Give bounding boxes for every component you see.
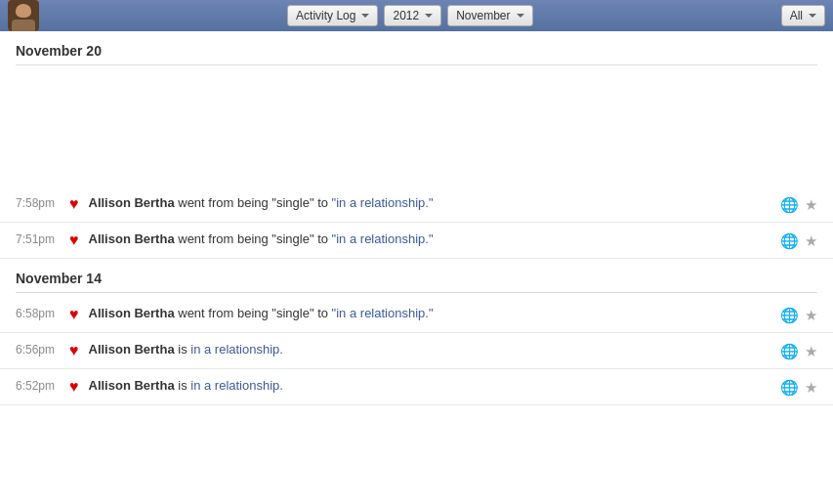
activity-row: 6:56pm♥Allison Bertha is in a relationsh… — [0, 333, 833, 369]
date-heading-0: November 20 — [16, 43, 817, 65]
heart-icon: ♥ — [69, 231, 79, 249]
activity-link[interactable]: "in a relationship." — [332, 231, 434, 246]
star-icon[interactable]: ★ — [805, 307, 817, 324]
header-center: Activity Log 2012 November — [287, 5, 532, 26]
date-heading-1: November 14 — [16, 271, 817, 293]
header: Activity Log 2012 November All — [0, 0, 833, 31]
month-caret-icon — [517, 14, 524, 18]
filter-dropdown[interactable]: All — [781, 5, 825, 26]
activity-link[interactable]: "in a relationship." — [332, 195, 434, 210]
header-left — [8, 0, 39, 31]
heart-icon: ♥ — [69, 341, 79, 359]
activity-log-label: Activity Log — [296, 9, 355, 22]
activity-log-dropdown[interactable]: Activity Log — [287, 5, 378, 26]
star-icon[interactable]: ★ — [805, 379, 817, 397]
year-caret-icon — [425, 14, 433, 18]
date-section-0: November 20 — [0, 31, 833, 69]
activity-actions: 🌐★ — [780, 194, 817, 214]
filter-caret-icon — [809, 14, 816, 18]
activity-row: 7:58pm♥Allison Bertha went from being "s… — [0, 187, 833, 223]
globe-icon[interactable]: 🌐 — [780, 307, 799, 324]
header-right: All — [781, 5, 825, 26]
activity-user-name[interactable]: Allison Bertha — [89, 378, 175, 393]
star-icon[interactable]: ★ — [805, 196, 817, 214]
activity-time: 6:58pm — [16, 305, 60, 320]
activity-link[interactable]: in a relationship. — [190, 342, 283, 357]
year-dropdown[interactable]: 2012 — [384, 5, 441, 26]
activity-text: Allison Bertha went from being "single" … — [89, 231, 771, 248]
star-icon[interactable]: ★ — [805, 343, 817, 360]
activity-actions: 🌐★ — [780, 231, 817, 250]
activity-row: 7:51pm♥Allison Bertha went from being "s… — [0, 223, 833, 259]
activity-link[interactable]: "in a relationship." — [332, 306, 434, 320]
empty-spacer — [0, 69, 833, 187]
heart-icon: ♥ — [69, 194, 79, 213]
activity-actions: 🌐★ — [780, 305, 817, 324]
activity-user-name[interactable]: Allison Bertha — [89, 195, 175, 210]
activity-link[interactable]: in a relationship. — [190, 378, 283, 393]
globe-icon[interactable]: 🌐 — [780, 343, 799, 360]
month-dropdown[interactable]: November — [447, 5, 532, 26]
year-label: 2012 — [393, 9, 419, 22]
activity-time: 6:52pm — [16, 377, 60, 393]
activity-user-name[interactable]: Allison Bertha — [89, 342, 175, 357]
filter-label: All — [790, 9, 803, 22]
globe-icon[interactable]: 🌐 — [780, 379, 799, 397]
date-section-1: November 14 — [0, 259, 833, 297]
activity-row: 6:58pm♥Allison Bertha went from being "s… — [0, 297, 833, 333]
content: November 207:58pm♥Allison Bertha went fr… — [0, 31, 833, 405]
activity-user-name[interactable]: Allison Bertha — [89, 306, 175, 320]
star-icon[interactable]: ★ — [805, 232, 817, 250]
activity-row: 6:52pm♥Allison Bertha is in a relationsh… — [0, 369, 833, 405]
activity-text: Allison Bertha went from being "single" … — [89, 194, 771, 212]
activity-time: 6:56pm — [16, 341, 60, 357]
activity-text: Allison Bertha is in a relationship. — [89, 341, 771, 358]
activity-actions: 🌐★ — [780, 341, 817, 360]
heart-icon: ♥ — [69, 305, 79, 323]
avatar[interactable] — [8, 0, 39, 31]
month-label: November — [456, 9, 510, 22]
activity-time: 7:58pm — [16, 194, 60, 210]
activity-text: Allison Bertha went from being "single" … — [89, 305, 771, 322]
activity-log-caret-icon — [361, 14, 369, 18]
activity-user-name[interactable]: Allison Bertha — [89, 231, 175, 246]
globe-icon[interactable]: 🌐 — [780, 196, 799, 214]
activity-actions: 🌐★ — [780, 377, 817, 397]
activity-text: Allison Bertha is in a relationship. — [89, 377, 771, 395]
activity-time: 7:51pm — [16, 231, 60, 246]
globe-icon[interactable]: 🌐 — [780, 232, 799, 250]
heart-icon: ♥ — [69, 377, 79, 396]
